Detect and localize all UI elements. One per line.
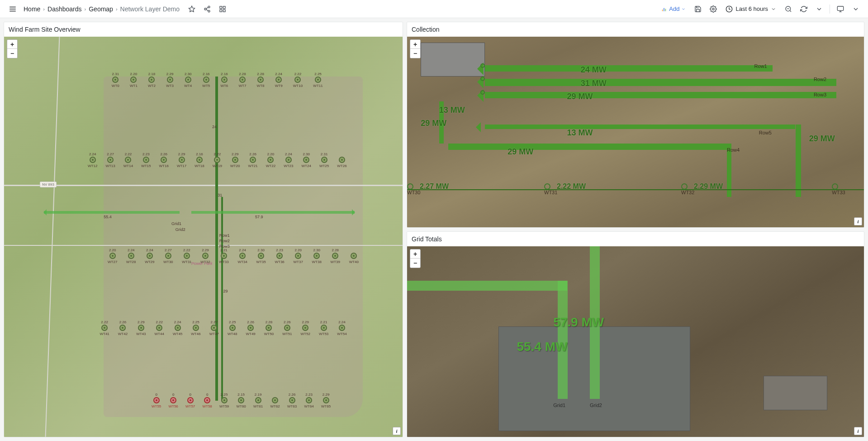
turbine-marker[interactable]: 2.30WT24	[302, 157, 311, 168]
turbine-marker[interactable]: WT33	[832, 183, 845, 195]
attribution-button[interactable]: i	[393, 427, 401, 435]
turbine-marker[interactable]: WT302.27 MW	[407, 183, 420, 195]
turbine-marker[interactable]: 2.26WT63	[287, 397, 297, 408]
turbine-marker[interactable]: 2.16WT6	[220, 77, 228, 88]
turbine-marker[interactable]: 2.31WT0	[112, 77, 119, 88]
turbine-marker[interactable]: 2.27WT30	[163, 253, 173, 264]
turbine-marker[interactable]: 2.27WT13	[105, 157, 115, 168]
save-button[interactable]	[691, 2, 705, 16]
turbine-marker[interactable]: 2.29WT32	[200, 253, 210, 264]
refresh-button[interactable]	[797, 2, 811, 16]
turbine-marker[interactable]: 2.22WT31	[182, 253, 191, 264]
turbine-marker[interactable]: 2.26WT51	[282, 325, 292, 336]
turbine-marker[interactable]: 2.29WT20	[230, 157, 240, 168]
turbine-marker[interactable]: 2.24WT45	[173, 325, 182, 336]
zoom-in-button[interactable]: +	[410, 40, 420, 49]
turbine-marker[interactable]: 2.30WT4	[184, 77, 192, 88]
turbine-marker[interactable]: 2.28WT39	[331, 253, 340, 264]
panel-title[interactable]: Collection	[407, 22, 864, 37]
turbine-marker[interactable]: WT322.29 MW	[681, 183, 694, 195]
turbine-marker[interactable]: 2.15WT60	[236, 397, 246, 408]
zoom-out-button[interactable]: −	[7, 49, 17, 58]
zoom-out-button[interactable]: −	[410, 49, 420, 58]
turbine-marker[interactable]: 2.26WT49	[246, 325, 255, 336]
panel-title[interactable]: Wind Farm Site Overview	[4, 22, 403, 37]
geomap-collection[interactable]: 24 MW31 MW29 MW13 MW29 MW13 MW29 MW29 MW…	[407, 37, 864, 227]
turbine-marker[interactable]: WT62	[270, 397, 280, 408]
turbine-marker[interactable]: 2.25WT11	[313, 77, 323, 88]
turbine-marker[interactable]: 2.28WT7	[239, 77, 247, 88]
turbine-marker[interactable]: WT312.22 MW	[544, 183, 557, 195]
turbine-marker[interactable]: 2.24WT12	[88, 157, 97, 168]
turbine-marker[interactable]: 2.24WT23	[284, 157, 293, 168]
turbine-marker[interactable]: 2.24WT9	[275, 77, 283, 88]
apps-button[interactable]	[216, 2, 229, 16]
zoom-out-button[interactable]: −	[410, 259, 420, 268]
turbine-marker[interactable]: WT40	[349, 253, 359, 264]
geomap-grid-totals[interactable]: 57.9 MW55.4 MW Grid1Grid2 + − i	[407, 246, 864, 437]
turbine-marker[interactable]: 2.23WT64	[304, 397, 313, 408]
turbine-marker[interactable]: 2.30WT35	[256, 253, 266, 264]
turbine-marker[interactable]: 2.20WT37	[294, 253, 303, 264]
turbine-marker[interactable]: 2.25WT59	[219, 397, 229, 408]
turbine-marker[interactable]: 0WT56	[168, 397, 178, 408]
turbine-marker[interactable]: 2.29WT17	[177, 157, 186, 168]
turbine-marker[interactable]: 2.19WT61	[253, 397, 263, 408]
turbine-marker[interactable]: 2.27WT47	[209, 325, 219, 336]
turbine-marker[interactable]: 2.22WT41	[100, 325, 109, 336]
turbine-marker[interactable]: 2.30WT38	[312, 253, 322, 264]
breadcrumb-dashboards[interactable]: Dashboards	[47, 5, 82, 13]
turbine-marker[interactable]: 2.22WT44	[155, 325, 164, 336]
turbine-marker[interactable]: 0WT57	[185, 397, 195, 408]
turbine-marker[interactable]: 2.29WT52	[301, 325, 310, 336]
zoom-in-button[interactable]: +	[7, 40, 17, 49]
panel-title[interactable]: Grid Totals	[407, 232, 864, 246]
turbine-marker[interactable]: 2.22WT14	[123, 157, 133, 168]
turbine-marker[interactable]: 2.16WT5	[202, 77, 210, 88]
attribution-button[interactable]: i	[854, 427, 862, 435]
turbine-marker[interactable]: 2.29WT65	[321, 397, 331, 408]
turbine-marker[interactable]: 0WT58	[202, 397, 212, 408]
turbine-marker[interactable]: 2.24WT34	[237, 253, 247, 264]
turbine-marker[interactable]: 2.26WT16	[159, 157, 169, 168]
turbine-marker[interactable]: 2.22WT10	[293, 77, 303, 88]
turbine-marker[interactable]: 2.25WT48	[228, 325, 237, 336]
turbine-marker[interactable]: 2.21WT33	[219, 253, 228, 264]
favorite-button[interactable]	[185, 2, 199, 16]
turbine-marker[interactable]: WT26	[337, 157, 346, 168]
zoom-in-button[interactable]: +	[410, 249, 420, 259]
zoom-out-button[interactable]	[782, 2, 795, 16]
turbine-marker[interactable]: 2.26WT21	[248, 157, 257, 168]
turbine-marker[interactable]: 2.31WT25	[319, 157, 329, 168]
turbine-marker[interactable]: 2.25WT46	[191, 325, 200, 336]
turbine-marker[interactable]: 2.18WT2	[148, 77, 156, 88]
turbine-marker[interactable]: 2.28WT50	[264, 325, 274, 336]
turbine-marker[interactable]: 2.24WT28	[126, 253, 136, 264]
turbine-marker[interactable]: 2.23WT15	[141, 157, 151, 168]
turbine-marker[interactable]: 2.20WT27	[108, 253, 117, 264]
breadcrumb-home[interactable]: Home	[24, 5, 40, 13]
turbine-marker[interactable]: 2.20WT22	[266, 157, 275, 168]
attribution-button[interactable]: i	[854, 217, 862, 225]
add-panel-button[interactable]: Add	[657, 4, 689, 14]
turbine-marker[interactable]: 2.22WT19	[213, 157, 222, 168]
time-range-picker[interactable]: Last 6 hours	[722, 4, 780, 14]
settings-button[interactable]	[707, 2, 720, 16]
breadcrumb-geomap[interactable]: Geomap	[89, 5, 113, 13]
more-button[interactable]	[849, 2, 863, 16]
turbine-marker[interactable]: 2.24WT54	[337, 325, 346, 336]
turbine-marker[interactable]: 2.29WT3	[166, 77, 174, 88]
turbine-marker[interactable]: 2.26WT42	[118, 325, 128, 336]
turbine-marker[interactable]: 0WT55	[152, 397, 161, 408]
share-button[interactable]	[200, 2, 214, 16]
turbine-marker[interactable]: 2.28WT8	[257, 77, 265, 88]
turbine-marker[interactable]: 2.20WT1	[130, 77, 138, 88]
tv-mode-button[interactable]	[834, 2, 847, 16]
turbine-marker[interactable]: 2.29WT43	[136, 325, 146, 336]
refresh-interval-button[interactable]	[812, 2, 826, 16]
turbine-marker[interactable]: 2.21WT53	[319, 325, 328, 336]
turbine-marker[interactable]: 2.24WT29	[145, 253, 154, 264]
hamburger-menu-button[interactable]	[5, 2, 20, 16]
turbine-marker[interactable]: 2.23WT36	[275, 253, 284, 264]
geomap-overview[interactable]: NV 893 55.4 57.9 24 31 29 Grid1 Grid2	[4, 37, 403, 437]
